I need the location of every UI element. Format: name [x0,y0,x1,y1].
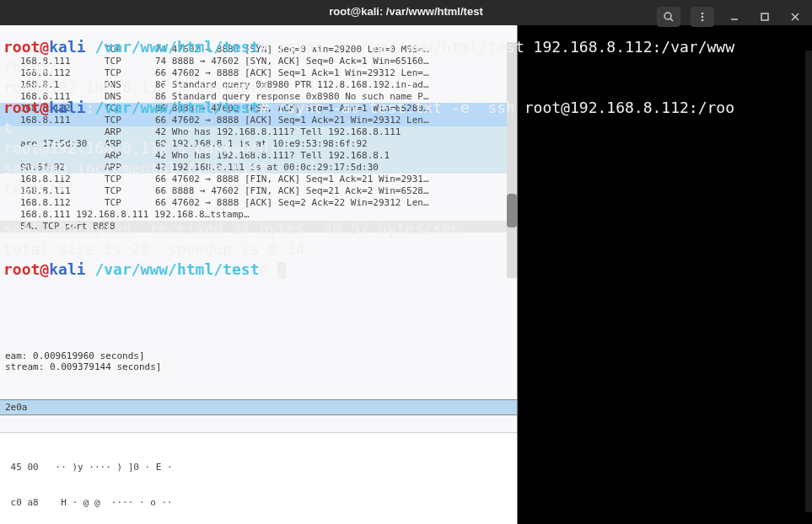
menu-button[interactable] [691,7,714,27]
svg-point-5 [702,13,704,15]
rsync-file: test.txt [3,179,77,197]
search-button[interactable] [657,7,680,27]
prompt-line-active[interactable]: root@kali:/var/www/html/test# [3,259,809,280]
password-prompt: root@192.168.8.112's password: [3,139,287,157]
close-button[interactable] [785,7,805,27]
terminal-cursor [277,262,286,279]
window-title: root@kali: /var/www/html/test [329,5,482,18]
prompt-line: root@kali:/var/www/html/test# rsync -av … [3,98,809,118]
svg-point-6 [702,16,704,19]
stream-timing: eam: 0.009619960 seconds] stream: 0.0093… [0,349,517,374]
svg-line-4 [670,19,673,21]
password-prompt: root@192.168.8.112's password: [3,78,287,96]
minimize-button[interactable] [724,7,745,27]
rsync-output: sending incremental file list [3,159,268,177]
rsync-stats: sent 108 bytes received 34 bytes 40.57 b… [3,220,460,238]
maximize-button[interactable] [755,7,775,27]
terminal-output[interactable]: root@kali:/var/www/html/test# rsync -r /… [0,37,812,280]
rsync-stats: total size is 20 speedup is 0.14 [3,240,305,258]
svg-point-3 [664,13,671,19]
svg-rect-9 [761,13,768,20]
hex-dump[interactable]: 45 00 ·· )y ···· ) ]0 · E · c0 a8 H · @ … [0,432,517,524]
prompt-line: root@kali:/var/www/html/test# rsync -r /… [3,37,809,57]
hex-header: 2e0a [0,399,517,415]
svg-point-7 [702,19,704,22]
